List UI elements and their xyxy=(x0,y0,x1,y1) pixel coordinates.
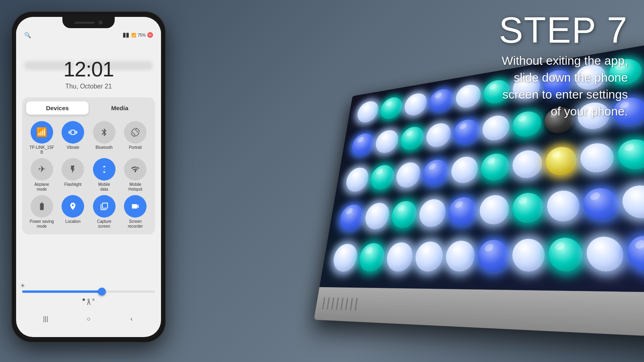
brightness-thumb[interactable] xyxy=(98,288,106,296)
qs-item-screenrecorder: Screenrecorder xyxy=(122,195,150,229)
qs-item-bluetooth: Bluetooth xyxy=(90,121,118,155)
phone-wrapper: 🔍 ▊▊ 📶 75% N 12:01 Thu, October 21 xyxy=(12,12,165,342)
phone-device: 🔍 ▊▊ 📶 75% N 12:01 Thu, October 21 xyxy=(12,12,165,342)
status-search-icon: 🔍 xyxy=(24,32,31,38)
qs-btn-flashlight[interactable] xyxy=(62,158,84,181)
qs-label-airplane: Airplanemode xyxy=(34,182,49,192)
status-bar: 🔍 ▊▊ 📶 75% N xyxy=(16,29,161,41)
led-circle xyxy=(445,241,476,272)
qs-label-screenrecorder: Screenrecorder xyxy=(128,219,143,229)
qs-item-capturescreen: Capturescreen xyxy=(90,195,118,229)
qs-btn-portrait[interactable] xyxy=(124,121,147,144)
qs-btn-hotspot[interactable] xyxy=(124,158,147,181)
led-circle xyxy=(478,239,509,272)
qs-btn-capturescreen[interactable] xyxy=(93,195,116,218)
qs-btn-bluetooth[interactable] xyxy=(93,121,116,144)
led-circle xyxy=(621,184,644,219)
qs-tabs: Devices Media xyxy=(26,101,151,115)
nav-btn-home[interactable]: ○ xyxy=(80,313,97,325)
led-circle xyxy=(414,241,444,272)
led-circle xyxy=(512,239,545,272)
qs-btn-screenrecorder[interactable] xyxy=(124,195,147,218)
led-circle xyxy=(580,142,615,174)
qs-label-location: Location xyxy=(65,219,80,224)
qs-label-vibrate: Vibrate xyxy=(66,145,79,150)
led-circle xyxy=(512,192,544,224)
phone-time-area: 12:01 Thu, October 21 xyxy=(16,57,161,90)
qs-label-hotspot: MobileHotspot xyxy=(128,182,142,192)
led-circle xyxy=(545,145,578,177)
qs-item-airplane: ✈ Airplanemode xyxy=(28,158,56,192)
wifi-status-icon: 📶 xyxy=(131,33,136,37)
led-circle xyxy=(379,96,404,121)
step-text-block: STEP 7 Without exiting the app, slide do… xyxy=(499,12,628,120)
led-circle xyxy=(345,167,370,193)
led-circle xyxy=(369,164,395,191)
qs-btn-vibrate[interactable] xyxy=(62,121,84,144)
nav-btn-menu[interactable]: ||| xyxy=(37,313,54,325)
qs-label-portrait: Portrait xyxy=(129,145,142,150)
qs-btn-wifi[interactable]: 📶 xyxy=(31,121,53,144)
phone-nav: ||| ○ ‹ xyxy=(16,313,161,325)
brightness-icons: ☀ xyxy=(16,282,161,289)
led-circle xyxy=(350,132,375,157)
qs-item-location: Location xyxy=(59,195,87,229)
phone-notch xyxy=(62,17,115,28)
led-circle xyxy=(363,202,390,230)
led-circle xyxy=(338,204,365,231)
qs-label-mobiledata: Mobiledata xyxy=(98,182,110,192)
led-circle xyxy=(395,161,421,189)
qs-item-flashlight: Flashlight xyxy=(59,158,87,192)
led-circle xyxy=(399,125,425,151)
phone-date: Thu, October 21 xyxy=(16,83,161,90)
led-circle xyxy=(512,149,543,179)
dot-2 xyxy=(92,298,95,301)
tab-media[interactable]: Media xyxy=(89,101,151,115)
brightness-slider[interactable] xyxy=(22,290,155,293)
phone-time: 12:01 xyxy=(16,57,161,81)
led-circle xyxy=(455,83,481,109)
qs-btn-airplane[interactable]: ✈ xyxy=(31,158,53,181)
dot-active xyxy=(83,298,85,301)
qs-label-capturescreen: Capturescreen xyxy=(97,219,111,229)
led-circle xyxy=(422,158,449,187)
qs-btn-location[interactable] xyxy=(62,195,84,218)
step-description: Without exiting the app, slide down the … xyxy=(499,52,628,120)
led-circle xyxy=(481,152,509,182)
led-circle xyxy=(356,100,380,124)
led-circle xyxy=(390,200,418,229)
panel-bottom-edge xyxy=(314,287,644,338)
qs-label-bluetooth: Bluetooth xyxy=(96,145,113,150)
signal-icon: ▊▊ xyxy=(123,33,130,37)
brightness-low-icon: ☀ xyxy=(20,282,25,289)
led-circle xyxy=(418,198,447,228)
led-circle xyxy=(331,244,359,272)
phone-screen: 🔍 ▊▊ 📶 75% N 12:01 Thu, October 21 xyxy=(16,17,161,337)
led-circle xyxy=(479,194,509,225)
led-circle xyxy=(548,237,584,272)
battery-text: 75% xyxy=(138,33,146,37)
led-circle xyxy=(586,236,625,272)
led-circle xyxy=(425,121,452,148)
led-circle xyxy=(374,129,400,154)
qs-label-flashlight: Flashlight xyxy=(64,182,82,187)
quick-settings-panel: Devices Media 📶 TP-LINK_15FB Vibrate xyxy=(22,97,155,234)
led-circle xyxy=(357,243,386,272)
tab-devices[interactable]: Devices xyxy=(26,101,89,115)
led-circle xyxy=(448,196,477,226)
led-circle xyxy=(547,189,581,222)
led-circle xyxy=(582,187,620,220)
status-icons: ▊▊ 📶 75% N xyxy=(123,32,153,38)
notification-icon: N xyxy=(147,32,153,38)
qs-item-vibrate: Vibrate xyxy=(59,121,87,155)
qs-btn-powersaving[interactable] xyxy=(31,195,53,218)
led-circle xyxy=(429,87,454,113)
qs-btn-mobiledata[interactable] xyxy=(93,158,116,181)
led-circle xyxy=(626,235,644,272)
step-number: STEP 7 xyxy=(499,12,628,48)
qs-item-powersaving: Power savingmode xyxy=(28,195,56,229)
qs-item-hotspot: MobileHotspot xyxy=(122,158,150,192)
qs-item-mobiledata: Mobiledata xyxy=(90,158,118,192)
nav-btn-back[interactable]: ‹ xyxy=(124,313,140,325)
led-circle xyxy=(450,155,479,184)
